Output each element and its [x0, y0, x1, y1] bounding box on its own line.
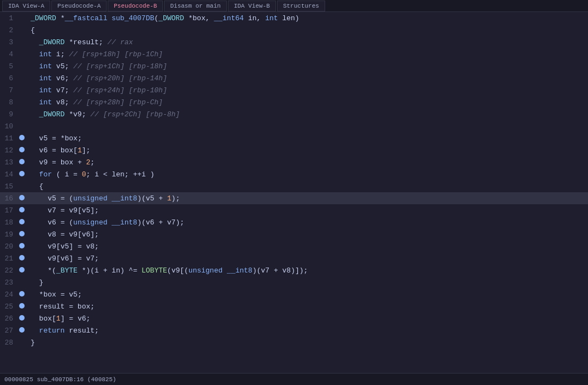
breakpoint-dot[interactable]: [17, 240, 26, 252]
breakpoint-dot[interactable]: [17, 24, 26, 36]
line-number: 15: [0, 180, 17, 192]
code-line: return result;: [26, 324, 588, 336]
line-number: 28: [0, 336, 17, 348]
breakpoint-dot[interactable]: [17, 168, 26, 180]
line-number: 26: [0, 312, 17, 324]
code-line: [26, 120, 588, 132]
breakpoint-dot[interactable]: [17, 336, 26, 348]
line-number: 21: [0, 252, 17, 264]
code-line: v8 = v9[v6];: [26, 228, 588, 240]
breakpoint-dot[interactable]: [17, 120, 26, 132]
table-row: 2{: [0, 24, 588, 36]
breakpoint-dot[interactable]: [17, 156, 26, 168]
table-row: 5 int v5; // [rsp+1Ch] [rbp-18h]: [0, 60, 588, 72]
table-row: 6 int v6; // [rsp+20h] [rbp-14h]: [0, 72, 588, 84]
breakpoint-dot[interactable]: [17, 60, 26, 72]
code-area: 1_DWORD *__fastcall sub_4007DB(_DWORD *b…: [0, 12, 588, 373]
breakpoint-dot[interactable]: [17, 252, 26, 264]
line-number: 6: [0, 72, 17, 84]
breakpoint-dot[interactable]: [17, 144, 26, 156]
breakpoint-dot[interactable]: [17, 216, 26, 228]
breakpoint-dot[interactable]: [17, 96, 26, 108]
code-line: v5 = *box;: [26, 132, 588, 144]
code-line: int v7; // [rsp+24h] [rbp-10h]: [26, 84, 588, 96]
table-row: 25 result = box;: [0, 300, 588, 312]
table-row: 9 _DWORD *v9; // [rsp+2Ch] [rbp-8h]: [0, 108, 588, 120]
breakpoint-dot[interactable]: [17, 84, 26, 96]
breakpoint-dot[interactable]: [17, 300, 26, 312]
breakpoint-dot[interactable]: [17, 12, 26, 24]
table-row: 1_DWORD *__fastcall sub_4007DB(_DWORD *b…: [0, 12, 588, 24]
code-line: v9[v5] = v8;: [26, 240, 588, 252]
code-line: *(_BYTE *)(i + in) ^= LOBYTE(v9[(unsigne…: [26, 264, 588, 276]
table-row: 19 v8 = v9[v6];: [0, 228, 588, 240]
line-number: 20: [0, 240, 17, 252]
breakpoint-dot[interactable]: [17, 312, 26, 324]
table-row: 27 return result;: [0, 324, 588, 336]
code-line: v6 = (unsigned __int8)(v6 + v7);: [26, 216, 588, 228]
table-row: 4 int i; // [rsp+18h] [rbp-1Ch]: [0, 48, 588, 60]
breakpoint-dot[interactable]: [17, 72, 26, 84]
line-number: 7: [0, 84, 17, 96]
code-table: 1_DWORD *__fastcall sub_4007DB(_DWORD *b…: [0, 12, 588, 348]
line-number: 10: [0, 120, 17, 132]
table-row: 18 v6 = (unsigned __int8)(v6 + v7);: [0, 216, 588, 228]
breakpoint-dot[interactable]: [17, 180, 26, 192]
breakpoint-dot[interactable]: [17, 228, 26, 240]
tab-disasm-main[interactable]: Disasm or main: [164, 1, 226, 11]
code-line: int v6; // [rsp+20h] [rbp-14h]: [26, 72, 588, 84]
table-row: 22 *(_BYTE *)(i + in) ^= LOBYTE(v9[(unsi…: [0, 264, 588, 276]
table-row: 28}: [0, 336, 588, 348]
code-line: int i; // [rsp+18h] [rbp-1Ch]: [26, 48, 588, 60]
line-number: 14: [0, 168, 17, 180]
breakpoint-dot[interactable]: [17, 276, 26, 288]
line-number: 19: [0, 228, 17, 240]
breakpoint-dot[interactable]: [17, 324, 26, 336]
table-row: 11 v5 = *box;: [0, 132, 588, 144]
line-number: 12: [0, 144, 17, 156]
breakpoint-dot[interactable]: [17, 36, 26, 48]
line-number: 5: [0, 60, 17, 72]
table-row: 20 v9[v5] = v8;: [0, 240, 588, 252]
code-line: v5 = (unsigned __int8)(v5 + 1);: [26, 192, 588, 204]
line-number: 16: [0, 192, 17, 204]
line-number: 17: [0, 204, 17, 216]
breakpoint-dot[interactable]: [17, 48, 26, 60]
line-number: 18: [0, 216, 17, 228]
tab-ida-view-a[interactable]: IDA View-A: [2, 1, 50, 11]
tab-bar: IDA View-A Pseudocode-A Pseudocode-B Dis…: [0, 0, 588, 12]
tab-pseudocode-a[interactable]: Pseudocode-A: [51, 1, 107, 11]
table-row: 23 }: [0, 276, 588, 288]
breakpoint-dot[interactable]: [17, 108, 26, 120]
line-number: 22: [0, 264, 17, 276]
table-row: 21 v9[v6] = v7;: [0, 252, 588, 264]
tab-structures[interactable]: Structures: [277, 1, 325, 11]
tab-pseudocode-b[interactable]: Pseudocode-B: [108, 1, 163, 11]
tab-ida-view-b[interactable]: IDA View-B: [228, 1, 276, 11]
breakpoint-dot[interactable]: [17, 192, 26, 204]
line-number: 13: [0, 156, 17, 168]
table-row: 8 int v8; // [rsp+28h] [rbp-Ch]: [0, 96, 588, 108]
line-number: 24: [0, 288, 17, 300]
code-line: }: [26, 336, 588, 348]
code-line: int v5; // [rsp+1Ch] [rbp-18h]: [26, 60, 588, 72]
line-number: 11: [0, 132, 17, 144]
code-line: _DWORD *__fastcall sub_4007DB(_DWORD *bo…: [26, 12, 588, 24]
line-number: 23: [0, 276, 17, 288]
table-row: 15 {: [0, 180, 588, 192]
line-number: 3: [0, 36, 17, 48]
line-number: 27: [0, 324, 17, 336]
breakpoint-dot[interactable]: [17, 204, 26, 216]
breakpoint-dot[interactable]: [17, 288, 26, 300]
breakpoint-dot[interactable]: [17, 132, 26, 144]
line-number: 4: [0, 48, 17, 60]
code-line: int v8; // [rsp+28h] [rbp-Ch]: [26, 96, 588, 108]
line-number: 9: [0, 108, 17, 120]
code-line: v7 = v9[v5];: [26, 204, 588, 216]
line-number: 8: [0, 96, 17, 108]
code-line: v6 = box[1];: [26, 144, 588, 156]
code-line: result = box;: [26, 300, 588, 312]
table-row: 3 _DWORD *result; // rax: [0, 36, 588, 48]
breakpoint-dot[interactable]: [17, 264, 26, 276]
table-row: 13 v9 = box + 2;: [0, 156, 588, 168]
